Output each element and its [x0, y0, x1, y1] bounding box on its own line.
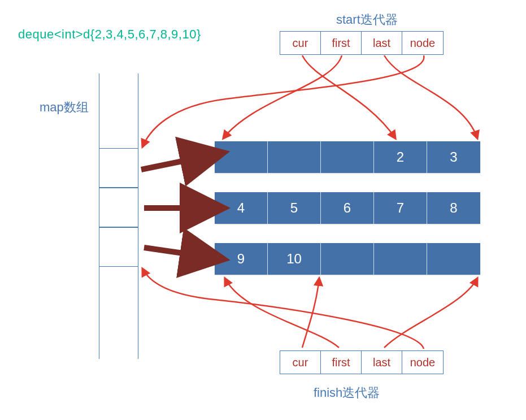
buffer-cell: [374, 243, 427, 275]
buffer-cell: 9: [215, 243, 268, 275]
start-node-cell: node: [402, 32, 443, 54]
map-array-label: map数组: [40, 99, 89, 116]
finish-last-cell: last: [362, 351, 402, 374]
map-slot-0: [99, 148, 138, 188]
buffer-cell: 4: [215, 192, 268, 224]
finish-iterator-label: finish迭代器: [314, 384, 380, 401]
buffer-cell: 2: [374, 141, 427, 173]
buffer-cell: 5: [268, 192, 321, 224]
buffer-cell: [321, 243, 374, 275]
buffer-cell: 3: [427, 141, 480, 173]
start-last-cell: last: [362, 32, 402, 54]
buffer-row-0: 2 3: [215, 141, 480, 173]
buffer-cell: 7: [374, 192, 427, 224]
buffer-cell: [268, 141, 321, 173]
start-iterator-label: start迭代器: [336, 11, 398, 28]
buffer-cell: [215, 141, 268, 173]
buffer-row-2: 9 10: [215, 243, 480, 275]
finish-node-cell: node: [402, 351, 443, 374]
finish-first-cell: first: [321, 351, 362, 374]
buffer-cell: 8: [427, 192, 480, 224]
svg-line-0: [141, 155, 210, 170]
buffer-cell: 10: [268, 243, 321, 275]
finish-iterator-box: cur first last node: [280, 350, 444, 374]
start-cur-cell: cur: [280, 32, 321, 54]
map-slot-2: [99, 227, 138, 267]
declaration-text: deque<int>d{2,3,4,5,6,7,8,9,10}: [18, 27, 201, 42]
svg-line-2: [144, 248, 210, 257]
start-first-cell: first: [321, 32, 362, 54]
start-iterator-box: cur first last node: [280, 31, 444, 55]
buffer-cell: [321, 141, 374, 173]
finish-cur-cell: cur: [280, 351, 321, 374]
buffer-cell: 6: [321, 192, 374, 224]
buffer-row-1: 4 5 6 7 8: [215, 192, 480, 224]
map-slot-1: [99, 188, 138, 227]
buffer-cell: [427, 243, 480, 275]
